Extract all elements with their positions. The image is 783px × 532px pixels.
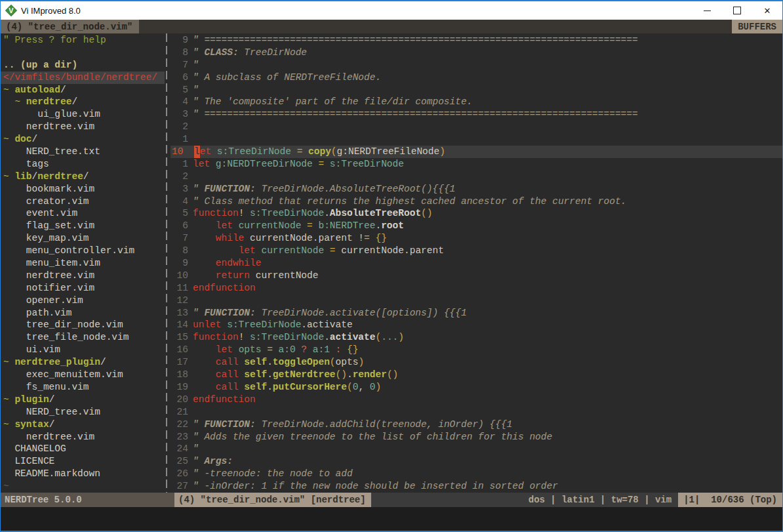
tree-item[interactable]: ~ nerdtree_plugin/	[1, 356, 165, 369]
code-token: =	[307, 220, 313, 232]
tree-item[interactable]: ~ syntax/	[1, 419, 165, 431]
code-line[interactable]: 1	[171, 133, 782, 146]
code-line[interactable]: 24"	[171, 443, 782, 455]
tree-item[interactable]: notifier.vim	[1, 282, 165, 295]
status-flags: dos | latin1 | tw=78 | vim	[529, 495, 678, 505]
code-token: let	[216, 220, 233, 232]
tree-item[interactable]: menu_item.vim	[1, 257, 165, 270]
minimize-button[interactable]	[692, 1, 722, 20]
tree-item[interactable]: NERD_tree.vim	[1, 406, 165, 419]
tree-item[interactable]: creator.vim	[1, 195, 165, 208]
tree-item[interactable]: nerdtree.vim	[1, 270, 165, 282]
tree-item[interactable]: ui.vim	[1, 344, 165, 356]
close-button[interactable]: ✕	[752, 1, 782, 20]
tree-item[interactable]: </vimfiles/bundle/nerdtree/	[1, 72, 165, 84]
tree-item[interactable]: nerdtree.vim	[1, 431, 165, 443]
line-number: 4	[171, 195, 193, 208]
tree-item[interactable]: CHANGELOG	[1, 443, 165, 455]
tree-item[interactable]: tree_file_node.vim	[1, 331, 165, 344]
code-line[interactable]: 6 let currentNode = b:NERDTree.root	[171, 220, 782, 232]
maximize-button[interactable]	[722, 1, 752, 20]
code-line[interactable]: 21	[171, 406, 782, 419]
tree-item[interactable]: ~ autoload/	[1, 84, 165, 96]
code-line[interactable]: 22" FUNCTION: TreeDirNode.addChild(treen…	[171, 419, 782, 431]
tree-item[interactable]: ~ nerdtree/	[1, 96, 165, 108]
code-token: self	[244, 381, 267, 394]
code-line[interactable]: 8 let currentNode = currentNode.parent	[171, 245, 782, 257]
code-line[interactable]: 13" FUNCTION: TreeDirNode.activate([opti…	[171, 307, 782, 319]
code-line[interactable]: 4" The 'composite' part of the file/dir …	[171, 96, 782, 108]
tree-item[interactable]: key_map.vim	[1, 232, 165, 245]
tree-item[interactable]	[1, 47, 165, 59]
tree-item[interactable]: .. (up a dir)	[1, 59, 165, 72]
code-line[interactable]: 7 while currentNode.parent != {}	[171, 232, 782, 245]
tree-item[interactable]: NERD_tree.txt	[1, 146, 165, 158]
vim-logo-icon: V	[5, 5, 17, 16]
line-number: 14	[171, 319, 193, 331]
tree-item[interactable]: ~ lib/nerdtree/	[1, 171, 165, 183]
line-number: 6	[171, 72, 193, 84]
tree-item[interactable]: menu_controller.vim	[1, 245, 165, 257]
code-line[interactable]: 17 call self.toggleOpen(opts)	[171, 356, 782, 369]
tree-item[interactable]: exec_menuitem.vim	[1, 369, 165, 381]
code-line[interactable]: 9" =====================================…	[171, 34, 782, 47]
tree-item[interactable]: path.vim	[1, 307, 165, 319]
code-token	[193, 381, 216, 394]
code-token: unlet	[193, 319, 222, 331]
code-line[interactable]: 6" A subclass of NERDTreeFileNode.	[171, 72, 782, 84]
code-token	[273, 344, 279, 356]
code-line[interactable]: 19 call self.putCursorHere(0, 0)	[171, 381, 782, 394]
code-line[interactable]: 2	[171, 171, 782, 183]
code-line[interactable]: 9 endwhile	[171, 257, 782, 270]
tab-tree-dir-node[interactable]: (4) "tree_dir_node.vim"	[1, 20, 139, 33]
code-token: endfunction	[193, 394, 256, 406]
tree-item[interactable]: ui_glue.vim	[1, 108, 165, 121]
tree-item[interactable]: nerdtree.vim	[1, 121, 165, 133]
code-token: opts	[239, 344, 262, 356]
tree-item[interactable]: opener.vim	[1, 295, 165, 307]
line-number: 18	[171, 369, 193, 381]
code-line[interactable]: 10 return currentNode	[171, 270, 782, 282]
code-line[interactable]: 5function! s:TreeDirNode.AbsoluteTreeRoo…	[171, 207, 782, 220]
code-line[interactable]: 16 let opts = a:0 ? a:1 : {}	[171, 344, 782, 356]
code-line[interactable]: 12	[171, 295, 782, 307]
code-token: return	[216, 270, 250, 282]
tree-item[interactable]: " Press ? for help	[1, 34, 165, 47]
code-token: currentNode.parent	[336, 245, 444, 257]
line-number: 8	[171, 245, 193, 257]
code-line[interactable]: 23" Adds the given treenode to the list …	[171, 431, 782, 443]
code-line[interactable]: 3" FUNCTION: TreeDirNode.AbsoluteTreeRoo…	[171, 183, 782, 195]
window-split-separator[interactable]	[165, 33, 171, 493]
code-line[interactable]: 11endfunction	[171, 282, 782, 295]
code-token: function	[193, 207, 239, 220]
line-number: 4	[171, 96, 193, 108]
tree-item[interactable]: fs_menu.vim	[1, 381, 165, 394]
code-line[interactable]: 15function! s:TreeDirNode.activate(...)	[171, 331, 782, 344]
tree-item[interactable]: ~	[1, 480, 165, 493]
code-line[interactable]: 3" =====================================…	[171, 108, 782, 121]
code-line[interactable]: 8" CLASS: TreeDirNode	[171, 47, 782, 59]
tree-item[interactable]: tags	[1, 158, 165, 171]
code-line[interactable]: 25" Args:	[171, 455, 782, 468]
code-line[interactable]: 5"	[171, 84, 782, 96]
code-token: " -treenode: the node to add	[193, 468, 353, 480]
code-line[interactable]: 2	[171, 121, 782, 133]
code-line[interactable]: 26" -treenode: the node to add	[171, 468, 782, 480]
code-line[interactable]: 27" -inOrder: 1 if the new node should b…	[171, 480, 782, 493]
code-line[interactable]: 18 call self.getNerdtree().render()	[171, 369, 782, 381]
tree-item[interactable]: LICENCE	[1, 455, 165, 468]
tree-item[interactable]: ~ doc/	[1, 133, 165, 146]
tree-item[interactable]: tree_dir_node.vim	[1, 319, 165, 331]
code-line[interactable]: 4" Class method that returns the highest…	[171, 195, 782, 208]
code-line-current[interactable]: 10let s:TreeDirNode = copy(g:NERDTreeFil…	[171, 146, 782, 158]
tree-item[interactable]: ~ plugin/	[1, 394, 165, 406]
code-line[interactable]: 7"	[171, 59, 782, 72]
tree-item[interactable]: flag_set.vim	[1, 220, 165, 232]
buffers-label[interactable]: BUFFERS	[732, 20, 782, 33]
code-line[interactable]: 14unlet s:TreeDirNode.activate	[171, 319, 782, 331]
tree-item[interactable]: README.markdown	[1, 468, 165, 480]
code-line[interactable]: 20endfunction	[171, 394, 782, 406]
tree-item[interactable]: event.vim	[1, 207, 165, 220]
code-line[interactable]: 1let g:NERDTreeDirNode = s:TreeDirNode	[171, 158, 782, 171]
tree-item[interactable]: bookmark.vim	[1, 183, 165, 195]
